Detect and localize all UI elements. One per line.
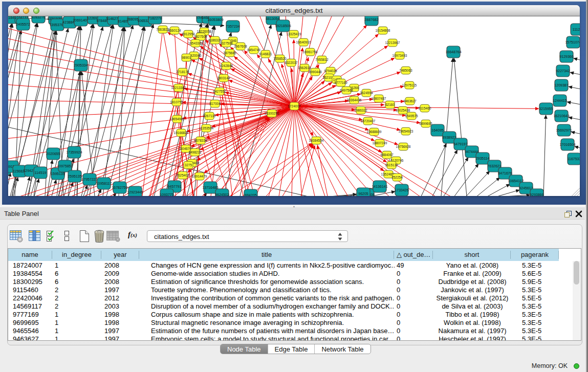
svg-text:7182278: 7182278 <box>148 16 162 20</box>
svg-text:3875685: 3875685 <box>223 51 236 54</box>
svg-text:3624554: 3624554 <box>360 91 373 94</box>
svg-text:15751074: 15751074 <box>565 40 580 43</box>
svg-text:12923445: 12923445 <box>127 190 143 193</box>
svg-text:9794028: 9794028 <box>324 69 337 72</box>
svg-text:3275: 3275 <box>185 163 192 166</box>
svg-text:8454749: 8454749 <box>247 48 260 51</box>
svg-text:2887682: 2887682 <box>364 17 378 21</box>
svg-text:16782759: 16782759 <box>112 185 127 189</box>
svg-text:10154808: 10154808 <box>376 28 390 32</box>
svg-text:3267110: 3267110 <box>203 114 216 117</box>
svg-text:16640910: 16640910 <box>296 40 311 43</box>
svg-text:17016504: 17016504 <box>559 142 575 146</box>
svg-text:1167533: 1167533 <box>568 157 580 160</box>
svg-text:8912954: 8912954 <box>182 32 195 35</box>
svg-text:19218506: 19218506 <box>275 24 291 27</box>
svg-text:9146821: 9146821 <box>259 52 272 55</box>
svg-text:2967608: 2967608 <box>234 44 247 48</box>
svg-text:9327508: 9327508 <box>220 41 233 45</box>
svg-text:19384554: 19384554 <box>309 138 324 142</box>
svg-text:9115460: 9115460 <box>419 106 431 110</box>
svg-text:11122: 11122 <box>573 27 580 31</box>
svg-text:19654923: 19654923 <box>399 129 413 133</box>
svg-text:12975115: 12975115 <box>402 83 417 86</box>
svg-text:19756928: 19756928 <box>396 144 411 148</box>
svg-text:1595135: 1595135 <box>51 171 64 175</box>
svg-text:20364436: 20364436 <box>347 98 362 101</box>
svg-text:12213967: 12213967 <box>385 40 400 44</box>
svg-text:8427552: 8427552 <box>213 89 226 93</box>
svg-text:7558520: 7558520 <box>273 56 287 60</box>
svg-text:10688609: 10688609 <box>367 129 382 133</box>
svg-text:12213382: 12213382 <box>171 85 186 89</box>
svg-text:1724007: 1724007 <box>288 104 301 107</box>
svg-text:8471676: 8471676 <box>498 171 512 174</box>
svg-text:1562615: 1562615 <box>298 65 311 69</box>
svg-text:10025438: 10025438 <box>396 108 410 112</box>
svg-text:9624502: 9624502 <box>215 192 229 196</box>
svg-text:2905334: 2905334 <box>74 63 88 67</box>
svg-text:6479197: 6479197 <box>453 142 467 145</box>
svg-text:1615132: 1615132 <box>385 163 398 166</box>
svg-text:16210643: 16210643 <box>553 114 569 117</box>
svg-text:3215955: 3215955 <box>539 106 553 110</box>
svg-text:9242848: 9242848 <box>220 63 233 67</box>
svg-text:62160: 62160 <box>385 102 395 106</box>
svg-text:7625402: 7625402 <box>176 173 189 177</box>
svg-text:8990448: 8990448 <box>309 70 322 73</box>
svg-text:2020655: 2020655 <box>46 151 60 155</box>
svg-text:9129366: 9129366 <box>559 54 573 58</box>
svg-text:9777169: 9777169 <box>334 80 347 84</box>
svg-text:9457791: 9457791 <box>167 184 181 188</box>
svg-text:98901: 98901 <box>182 55 191 59</box>
svg-text:16053809: 16053809 <box>207 17 223 21</box>
svg-text:15692971: 15692971 <box>556 128 572 132</box>
svg-text:7485063: 7485063 <box>399 68 412 72</box>
svg-text:8322037: 8322037 <box>285 60 298 64</box>
svg-text:8938923: 8938923 <box>442 135 456 139</box>
svg-text:1209387: 1209387 <box>554 83 568 86</box>
svg-text:1093775: 1093775 <box>160 192 173 196</box>
svg-text:2405572: 2405572 <box>16 22 30 26</box>
svg-text:6497568: 6497568 <box>340 88 353 92</box>
svg-text:2803144: 2803144 <box>217 76 230 79</box>
svg-text:16914479: 16914479 <box>192 174 207 178</box>
svg-text:1810755: 1810755 <box>170 100 183 103</box>
svg-text:7955812: 7955812 <box>315 57 329 61</box>
svg-text:9293866: 9293866 <box>530 192 543 196</box>
svg-text:9227342: 9227342 <box>556 69 570 72</box>
svg-text:9463627: 9463627 <box>403 99 417 102</box>
svg-text:0899695: 0899695 <box>419 121 432 125</box>
svg-text:7986322: 7986322 <box>354 108 367 112</box>
svg-text:1549575: 1549575 <box>405 114 418 117</box>
svg-text:2935114: 2935114 <box>476 156 490 160</box>
svg-text:13716485: 13716485 <box>202 185 218 189</box>
svg-text:1244415: 1244415 <box>553 98 567 102</box>
svg-text:11353594: 11353594 <box>199 126 214 129</box>
svg-text:252254: 252254 <box>391 175 403 179</box>
svg-text:17957223: 17957223 <box>81 177 97 181</box>
svg-text:884205: 884205 <box>245 193 256 196</box>
svg-text:19654985: 19654985 <box>170 117 185 120</box>
svg-text:9283276: 9283276 <box>31 16 45 19</box>
svg-text:19166827: 19166827 <box>174 130 189 134</box>
svg-text:8678334: 8678334 <box>194 138 207 142</box>
svg-text:9827509: 9827509 <box>194 34 207 38</box>
svg-text:18807249: 18807249 <box>373 141 387 144</box>
svg-text:10975857: 10975857 <box>57 164 73 167</box>
svg-text:15720407: 15720407 <box>361 119 376 122</box>
svg-text:10973493: 10973493 <box>393 53 407 57</box>
svg-text:13226058: 13226058 <box>197 29 212 33</box>
svg-text:16648764: 16648764 <box>445 50 461 53</box>
svg-text:7632621: 7632621 <box>487 164 501 167</box>
svg-text:16961758: 16961758 <box>303 50 318 53</box>
svg-text:817004: 817004 <box>209 101 221 105</box>
svg-text:20691406: 20691406 <box>73 18 89 21</box>
svg-text:2718176: 2718176 <box>176 70 189 73</box>
svg-text:17359924: 17359924 <box>66 150 82 154</box>
svg-text:114519: 114519 <box>35 170 47 174</box>
svg-text:10807487: 10807487 <box>372 96 386 100</box>
svg-text:7663822: 7663822 <box>156 27 169 31</box>
svg-text:3498222: 3498222 <box>188 150 202 154</box>
svg-text:15300293: 15300293 <box>265 111 279 115</box>
